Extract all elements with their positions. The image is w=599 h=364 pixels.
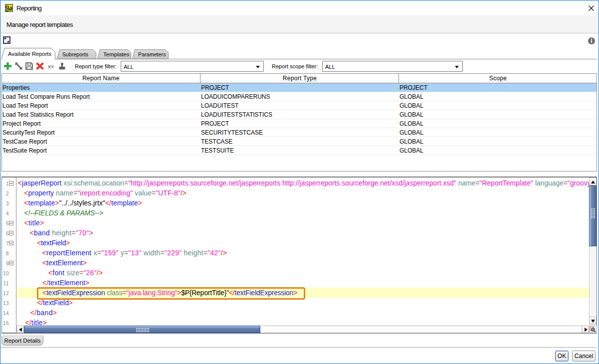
svg-text:Templates: Templates [103, 51, 130, 57]
svg-text:Subreports: Subreports [62, 51, 88, 57]
svg-text:Available Reports: Available Reports [8, 51, 51, 57]
svg-text:Parameters: Parameters [138, 51, 166, 57]
